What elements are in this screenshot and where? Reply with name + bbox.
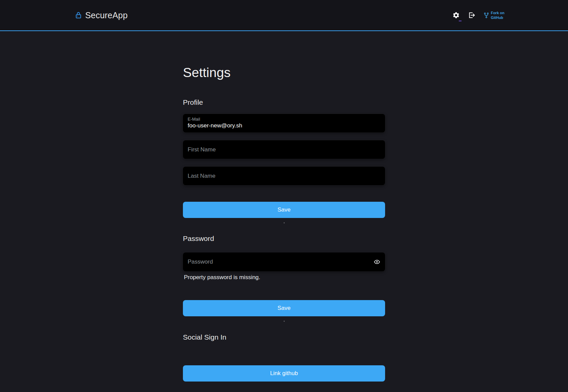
profile-save-button[interactable]: Save — [183, 202, 385, 218]
logout-button[interactable] — [468, 11, 475, 19]
social-sign-in-heading: Social Sign In — [183, 333, 385, 341]
app-title: SecureApp — [85, 10, 128, 20]
page-title: Settings — [183, 65, 385, 80]
lock-icon — [75, 11, 82, 19]
last-name-input[interactable] — [188, 173, 380, 179]
social-sign-in-section: Social Sign In Link github — [183, 333, 385, 382]
fork-on-github-link[interactable]: Fork on GitHub — [483, 10, 504, 20]
gear-underscore-mark — [459, 21, 462, 21]
logout-icon — [468, 11, 475, 19]
profile-heading: Profile — [183, 98, 385, 106]
settings-page: Settings Profile E-Mail Save Password — [183, 31, 385, 382]
email-field-container: E-Mail — [183, 114, 385, 132]
profile-message-dot — [284, 222, 285, 223]
password-input[interactable] — [188, 259, 370, 265]
last-name-field-container — [183, 167, 385, 185]
gear-icon — [452, 11, 460, 19]
git-fork-icon — [483, 12, 489, 19]
profile-section: Profile E-Mail Save — [183, 98, 385, 227]
first-name-input[interactable] — [188, 146, 380, 153]
brand: SecureApp — [75, 10, 128, 20]
app-header: SecureApp — [0, 0, 568, 31]
link-github-button[interactable]: Link github — [183, 365, 385, 382]
password-field-container — [183, 252, 385, 271]
settings-button[interactable] — [452, 11, 460, 19]
password-heading: Password — [183, 234, 385, 243]
email-input[interactable] — [188, 122, 380, 129]
email-field-label: E-Mail — [188, 117, 380, 122]
first-name-field-container — [183, 140, 385, 159]
header-actions: Fork on GitHub — [452, 10, 504, 20]
password-message-dot — [284, 321, 285, 322]
toggle-password-visibility-button[interactable] — [374, 259, 380, 265]
fork-link-label: Fork on GitHub — [491, 10, 504, 20]
password-error-message: Property password is missing. — [183, 274, 385, 281]
eye-icon — [374, 259, 380, 265]
profile-message-row — [183, 218, 385, 227]
password-save-button[interactable]: Save — [183, 300, 385, 316]
password-section: Password Property password is missing. S… — [183, 234, 385, 326]
password-message-row — [183, 316, 385, 326]
